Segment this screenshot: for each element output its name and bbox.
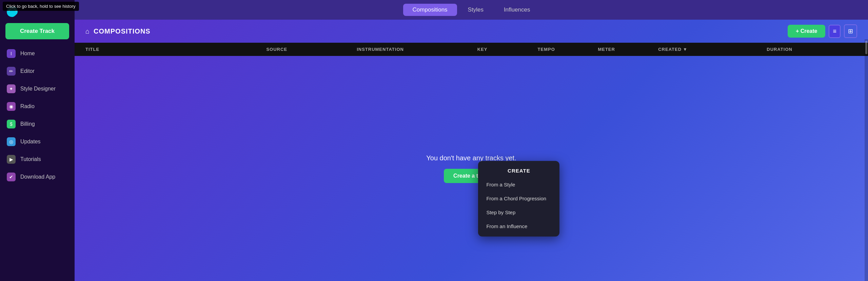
sidebar-item-home[interactable]: I Home bbox=[0, 45, 75, 62]
sidebar-item-billing-label: Billing bbox=[20, 121, 35, 127]
breadcrumb-home-icon[interactable]: ⌂ bbox=[85, 27, 90, 35]
col-duration: DURATION bbox=[767, 47, 857, 52]
dropdown-item-from-influence[interactable]: From an Influence bbox=[478, 219, 559, 233]
grid-view-icon: ⊞ bbox=[848, 28, 853, 35]
create-track-button[interactable]: Create Track bbox=[5, 23, 69, 39]
home-icon: I bbox=[7, 49, 16, 58]
sidebar-item-tutorials[interactable]: ▶ Tutorials bbox=[0, 150, 75, 168]
sidebar-item-download-app[interactable]: ✔ Download App bbox=[0, 168, 75, 186]
sort-icon: ▼ bbox=[683, 47, 688, 52]
top-nav: Compositions Styles Influences bbox=[75, 0, 868, 20]
col-source: SOURCE bbox=[266, 47, 357, 52]
tutorials-icon: ▶ bbox=[7, 155, 16, 164]
dropdown-item-step-by-step[interactable]: Step by Step bbox=[478, 205, 559, 219]
sidebar-item-style-designer-label: Style Designer bbox=[20, 86, 56, 92]
tab-influences[interactable]: Influences bbox=[494, 4, 540, 16]
editor-icon: ✏ bbox=[7, 67, 16, 76]
dropdown-title: CREATE bbox=[478, 164, 559, 178]
scrollbar-track[interactable] bbox=[865, 39, 868, 281]
col-instrumentation: INSTRUMENTATION bbox=[357, 47, 477, 52]
page-header: ⌂ COMPOSITIONS + Create ≡ ⊞ bbox=[75, 20, 868, 43]
col-key: KEY bbox=[477, 47, 538, 52]
sidebar: Click to go back, hold to see history Cr… bbox=[0, 0, 75, 281]
sidebar-item-updates[interactable]: ◎ Updates bbox=[0, 133, 75, 150]
col-meter: METER bbox=[598, 47, 658, 52]
page-header-right: + Create ≡ ⊞ bbox=[788, 24, 857, 38]
grid-view-button[interactable]: ⊞ bbox=[844, 24, 857, 38]
col-tempo: TEMPO bbox=[538, 47, 598, 52]
page-header-left: ⌂ COMPOSITIONS bbox=[85, 27, 151, 35]
sidebar-item-home-label: Home bbox=[20, 51, 35, 57]
list-view-button[interactable]: ≡ bbox=[829, 25, 841, 38]
col-title: TITLE bbox=[85, 47, 266, 52]
list-view-icon: ≡ bbox=[833, 28, 836, 35]
empty-state: You don't have any tracks yet. Create a … bbox=[75, 56, 868, 281]
sidebar-item-editor-label: Editor bbox=[20, 68, 35, 74]
sidebar-item-updates-label: Updates bbox=[20, 139, 41, 145]
sidebar-item-download-app-label: Download App bbox=[20, 174, 55, 180]
sidebar-nav: I Home ✏ Editor ✦ Style Designer ◉ Radio… bbox=[0, 45, 75, 186]
sidebar-item-radio-label: Radio bbox=[20, 103, 35, 109]
sidebar-item-billing[interactable]: $ Billing bbox=[0, 115, 75, 133]
page-title: COMPOSITIONS bbox=[94, 27, 151, 35]
billing-icon: $ bbox=[7, 120, 16, 128]
dropdown-item-from-chord[interactable]: From a Chord Progression bbox=[478, 192, 559, 205]
table-header: TITLE SOURCE INSTRUMENTATION KEY TEMPO M… bbox=[75, 43, 868, 56]
tab-compositions[interactable]: Compositions bbox=[403, 4, 457, 16]
radio-icon: ◉ bbox=[7, 102, 16, 111]
sidebar-item-radio[interactable]: ◉ Radio bbox=[0, 98, 75, 115]
scrollbar-thumb[interactable] bbox=[865, 41, 867, 54]
create-button[interactable]: + Create bbox=[788, 25, 826, 38]
dropdown-item-from-style[interactable]: From a Style bbox=[478, 178, 559, 192]
tab-styles[interactable]: Styles bbox=[458, 4, 493, 16]
col-created[interactable]: CREATED ▼ bbox=[658, 47, 767, 52]
sidebar-item-editor[interactable]: ✏ Editor bbox=[0, 62, 75, 80]
download-app-icon: ✔ bbox=[7, 173, 16, 181]
updates-icon: ◎ bbox=[7, 137, 16, 146]
back-tooltip: Click to go back, hold to see history bbox=[3, 2, 79, 11]
sidebar-item-style-designer[interactable]: ✦ Style Designer bbox=[0, 80, 75, 98]
top-nav-tabs: Compositions Styles Influences bbox=[403, 4, 540, 16]
create-dropdown: CREATE From a Style From a Chord Progres… bbox=[478, 161, 559, 237]
main-content: Compositions Styles Influences ⌂ COMPOSI… bbox=[75, 0, 868, 281]
style-designer-icon: ✦ bbox=[7, 84, 16, 93]
sidebar-item-tutorials-label: Tutorials bbox=[20, 156, 41, 162]
